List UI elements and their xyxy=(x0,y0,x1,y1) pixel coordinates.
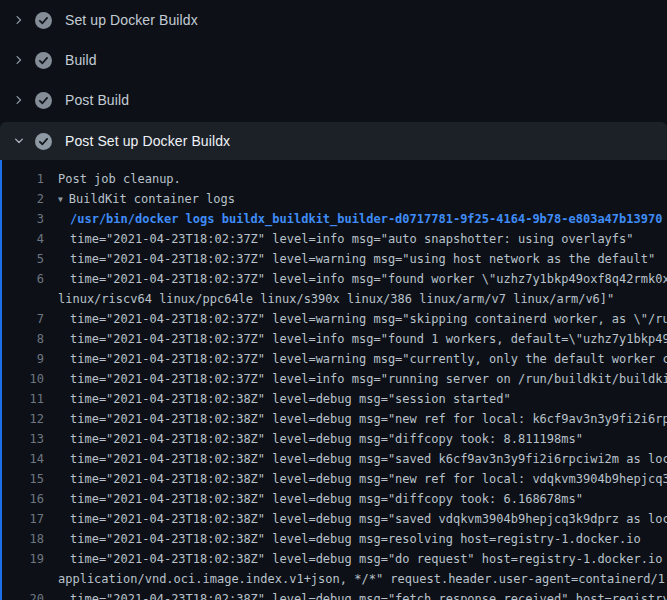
log-line-number[interactable]: 15 xyxy=(0,469,48,489)
log-line: 14time="2021-04-23T18:02:38Z" level=debu… xyxy=(0,449,667,469)
log-line-text: time="2021-04-23T18:02:38Z" level=debug … xyxy=(48,589,667,600)
log-line-number[interactable]: 18 xyxy=(0,529,48,549)
log-line-number[interactable]: 12 xyxy=(0,409,48,429)
log-line-number[interactable]: 13 xyxy=(0,429,48,449)
log-line-number[interactable]: 4 xyxy=(0,229,48,249)
log-line-number[interactable]: 20 xyxy=(0,589,48,600)
log-line: 16time="2021-04-23T18:02:38Z" level=debu… xyxy=(0,489,667,509)
log-line: 3/usr/bin/docker logs buildx_buildkit_bu… xyxy=(0,209,667,229)
log-line: 10time="2021-04-23T18:02:37Z" level=info… xyxy=(0,369,667,389)
log-line-text: time="2021-04-23T18:02:38Z" level=debug … xyxy=(48,529,641,549)
log-line-text: time="2021-04-23T18:02:37Z" level=info m… xyxy=(48,329,667,349)
log-line: 9time="2021-04-23T18:02:37Z" level=warni… xyxy=(0,349,667,369)
log-line-number[interactable]: 2 xyxy=(0,189,48,209)
chevron-right-icon xyxy=(12,93,26,107)
check-circle-icon xyxy=(35,92,52,109)
log-line: application/vnd.oci.image.index.v1+json,… xyxy=(0,569,667,589)
log-line-number[interactable]: 17 xyxy=(0,509,48,529)
log-line: 2▼BuildKit container logs xyxy=(0,189,667,209)
log-line-number[interactable]: 10 xyxy=(0,369,48,389)
log-line-text: time="2021-04-23T18:02:37Z" level=info m… xyxy=(48,229,634,249)
check-circle-icon xyxy=(35,12,52,29)
log-line: linux/riscv64 linux/ppc64le linux/s390x … xyxy=(0,289,667,309)
step-label: Post Build xyxy=(65,92,129,108)
log-line-number[interactable]: 1 xyxy=(0,169,48,189)
log-line: 13time="2021-04-23T18:02:38Z" level=debu… xyxy=(0,429,667,449)
log-line-text: application/vnd.oci.image.index.v1+json,… xyxy=(48,569,667,589)
log-line: 5time="2021-04-23T18:02:37Z" level=warni… xyxy=(0,249,667,269)
log-line-text: time="2021-04-23T18:02:38Z" level=debug … xyxy=(48,489,583,509)
chevron-right-icon xyxy=(12,53,26,67)
step-label: Set up Docker Buildx xyxy=(65,12,198,28)
step-row-build[interactable]: Build xyxy=(0,40,667,80)
log-line: 4time="2021-04-23T18:02:37Z" level=info … xyxy=(0,229,667,249)
log-line: 1Post job cleanup. xyxy=(0,169,667,189)
log-line-text: time="2021-04-23T18:02:38Z" level=debug … xyxy=(48,549,667,569)
log-line-text: time="2021-04-23T18:02:38Z" level=debug … xyxy=(48,429,583,449)
log-line-number xyxy=(0,289,48,309)
log-line-text: time="2021-04-23T18:02:38Z" level=debug … xyxy=(48,389,511,409)
actions-log-viewer: Set up Docker Buildx Build Post Build xyxy=(0,0,667,600)
log-line-text: Post job cleanup. xyxy=(48,169,181,189)
chevron-right-icon xyxy=(12,13,26,27)
log-line: 20time="2021-04-23T18:02:38Z" level=debu… xyxy=(0,589,667,600)
log-line-number[interactable]: 16 xyxy=(0,489,48,509)
log-line-number[interactable]: 14 xyxy=(0,449,48,469)
step-list: Set up Docker Buildx Build Post Build xyxy=(0,0,667,160)
log-line-number[interactable]: 5 xyxy=(0,249,48,269)
log-line-number[interactable]: 6 xyxy=(0,269,48,289)
log-line-text: time="2021-04-23T18:02:38Z" level=debug … xyxy=(48,409,667,429)
log-line: 8time="2021-04-23T18:02:37Z" level=info … xyxy=(0,329,667,349)
log-group-toggle-icon[interactable]: ▼ xyxy=(58,190,63,209)
log-line: 6time="2021-04-23T18:02:37Z" level=info … xyxy=(0,269,667,289)
log-line: 11time="2021-04-23T18:02:38Z" level=debu… xyxy=(0,389,667,409)
log-line-text: time="2021-04-23T18:02:37Z" level=info m… xyxy=(48,369,667,389)
log-area: 1Post job cleanup.2▼BuildKit container l… xyxy=(0,160,667,600)
step-label: Post Set up Docker Buildx xyxy=(65,133,230,149)
step-label: Build xyxy=(65,52,97,68)
log-line-text: time="2021-04-23T18:02:37Z" level=warnin… xyxy=(48,349,667,369)
log-line: 15time="2021-04-23T18:02:38Z" level=debu… xyxy=(0,469,667,489)
step-row-post-build[interactable]: Post Build xyxy=(0,80,667,120)
log-line-text: time="2021-04-23T18:02:37Z" level=warnin… xyxy=(48,249,655,269)
log-line-number[interactable]: 19 xyxy=(0,549,48,569)
log-line-text: linux/riscv64 linux/ppc64le linux/s390x … xyxy=(48,289,614,309)
log-line: 18time="2021-04-23T18:02:38Z" level=debu… xyxy=(0,529,667,549)
log-line-text: time="2021-04-23T18:02:38Z" level=debug … xyxy=(48,449,667,469)
log-line-text: ▼BuildKit container logs xyxy=(48,189,235,209)
check-circle-icon xyxy=(35,52,52,69)
log-line-text: time="2021-04-23T18:02:37Z" level=info m… xyxy=(48,269,667,289)
check-circle-icon xyxy=(35,133,52,150)
step-row-setup-docker-buildx[interactable]: Set up Docker Buildx xyxy=(0,0,667,40)
log-line: 12time="2021-04-23T18:02:38Z" level=debu… xyxy=(0,409,667,429)
step-row-post-setup-docker-buildx[interactable]: Post Set up Docker Buildx xyxy=(0,122,667,160)
log-line-number[interactable]: 11 xyxy=(0,389,48,409)
chevron-down-icon xyxy=(12,134,26,148)
log-line-text: time="2021-04-23T18:02:38Z" level=debug … xyxy=(48,509,667,529)
log-line: 17time="2021-04-23T18:02:38Z" level=debu… xyxy=(0,509,667,529)
log-line-text: time="2021-04-23T18:02:38Z" level=debug … xyxy=(48,469,667,489)
log-line-text: time="2021-04-23T18:02:37Z" level=warnin… xyxy=(48,309,667,329)
log-line-number[interactable]: 7 xyxy=(0,309,48,329)
log-line-number xyxy=(0,569,48,589)
log-rows: 1Post job cleanup.2▼BuildKit container l… xyxy=(0,169,667,600)
log-line: 7time="2021-04-23T18:02:37Z" level=warni… xyxy=(0,309,667,329)
log-line: 19time="2021-04-23T18:02:38Z" level=debu… xyxy=(0,549,667,569)
log-line-number[interactable]: 9 xyxy=(0,349,48,369)
log-line-number[interactable]: 8 xyxy=(0,329,48,349)
log-line-number[interactable]: 3 xyxy=(0,209,48,229)
log-command-text: /usr/bin/docker logs buildx_buildkit_bui… xyxy=(48,209,662,229)
focused-step-indicator xyxy=(0,160,2,600)
log-group-label[interactable]: BuildKit container logs xyxy=(69,192,235,206)
